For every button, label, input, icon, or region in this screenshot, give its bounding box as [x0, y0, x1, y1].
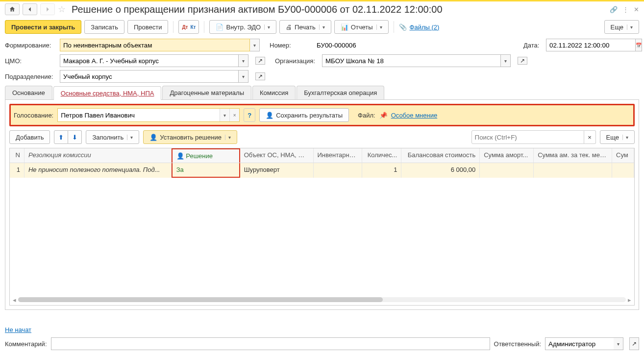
- date-label: Дата:: [523, 42, 541, 49]
- edo-button[interactable]: 📄 Внутр. ЭДО▾: [209, 20, 276, 34]
- responsible-input[interactable]: [545, 337, 614, 350]
- cmo-open-icon[interactable]: ↗: [255, 57, 265, 65]
- page-title: Решение о прекращении признания активом …: [72, 4, 607, 15]
- kebab-icon[interactable]: ⋮: [622, 6, 629, 13]
- calendar-icon[interactable]: 📅: [636, 39, 642, 51]
- reports-button[interactable]: 📊 Отчеты▾: [334, 20, 389, 34]
- tab-precious-materials[interactable]: Драгоценные материалы: [162, 86, 251, 99]
- col-qty[interactable]: Количес...: [362, 148, 401, 163]
- forming-label: Формирование:: [5, 42, 55, 49]
- data-grid: N Резолюция комиссии 👤 Решение Объект ОС…: [9, 148, 635, 306]
- cell-amort-cur: [534, 163, 612, 178]
- table-row[interactable]: 1 Не приносит полезного потенциала. Под.…: [10, 163, 634, 178]
- grid-toolbar: Добавить ⬆ ⬇ Заполнить▾ 👤 Установить реш…: [9, 130, 635, 144]
- post-and-close-button[interactable]: Провести и закрыть: [5, 20, 81, 34]
- tab-bar: Основание Основные средства, НМА, НПА Др…: [0, 83, 644, 99]
- col-decision[interactable]: 👤 Решение: [172, 148, 240, 163]
- cmo-input[interactable]: [60, 54, 239, 67]
- col-balance[interactable]: Балансовая стоимость: [401, 148, 480, 163]
- doc-icon: 📄: [216, 24, 223, 31]
- save-results-button[interactable]: 👤 Сохранить результаты: [259, 108, 349, 122]
- col-inventory[interactable]: Инвентарны...: [314, 148, 363, 163]
- voting-person-input[interactable]: [58, 109, 220, 121]
- move-up-button[interactable]: ⬆: [54, 130, 68, 144]
- person-icon: 👤: [149, 134, 157, 141]
- close-icon[interactable]: ✕: [634, 6, 639, 13]
- tab-fixed-assets[interactable]: Основные средства, НМА, НПА: [53, 86, 162, 100]
- pin-crossed-icon[interactable]: 📌̶: [379, 112, 387, 119]
- col-sum[interactable]: Сум: [612, 148, 634, 163]
- org-label: Организация:: [275, 57, 317, 65]
- dept-input[interactable]: [60, 70, 239, 83]
- print-icon: 🖨: [286, 24, 292, 31]
- voting-label: Голосование:: [14, 112, 53, 119]
- post-button[interactable]: Провести: [127, 20, 169, 34]
- voting-panel: Голосование: ▾ × ? 👤 Сохранить результат…: [9, 104, 635, 126]
- cell-object: Шуруповерт: [240, 163, 314, 178]
- print-button[interactable]: 🖨 Печать▾: [279, 20, 331, 34]
- responsible-label: Ответственный:: [494, 340, 541, 348]
- grid-header-row: N Резолюция комиссии 👤 Решение Объект ОС…: [10, 148, 634, 163]
- col-amort[interactable]: Сумма аморт...: [480, 148, 534, 163]
- forming-dropdown-icon[interactable]: ▾: [250, 39, 260, 51]
- help-button[interactable]: ?: [244, 108, 255, 122]
- home-button[interactable]: [5, 3, 20, 15]
- cell-decision: За: [172, 163, 240, 178]
- attach-icon[interactable]: 📎: [399, 24, 407, 31]
- save-button[interactable]: Записать: [84, 20, 124, 34]
- add-button[interactable]: Добавить: [9, 130, 50, 144]
- cell-inventory: [314, 163, 363, 178]
- search-clear-icon[interactable]: ×: [584, 130, 596, 144]
- number-label: Номер:: [270, 42, 309, 49]
- files-link[interactable]: Файлы (2): [410, 24, 440, 31]
- chart-icon: 📊: [341, 24, 348, 31]
- org-dropdown-icon[interactable]: ▾: [501, 54, 511, 67]
- voting-dropdown-icon[interactable]: ▾: [220, 109, 229, 121]
- grid-more-button[interactable]: Еще▾: [600, 130, 635, 144]
- cmo-dropdown-icon[interactable]: ▾: [239, 54, 248, 67]
- cell-qty: 1: [362, 163, 401, 178]
- date-input[interactable]: [546, 39, 636, 51]
- tab-accounting-operation[interactable]: Бухгалтерская операция: [297, 86, 384, 99]
- not-started-link[interactable]: Не начат: [5, 326, 31, 333]
- cell-balance: 6 000,00: [401, 163, 480, 178]
- horizontal-scrollbar[interactable]: ◂ ▸: [13, 296, 631, 303]
- forming-input[interactable]: [60, 39, 250, 51]
- title-bar: ☆ Решение о прекращении признания активо…: [0, 0, 644, 18]
- voting-clear-icon[interactable]: ×: [229, 109, 239, 121]
- cell-sum: [612, 163, 634, 178]
- number-input[interactable]: [314, 39, 519, 51]
- fill-button[interactable]: Заполнить▾: [86, 130, 139, 144]
- dept-open-icon[interactable]: ↗: [255, 72, 265, 80]
- col-resolution[interactable]: Резолюция комиссии: [25, 148, 172, 163]
- org-input[interactable]: [322, 54, 501, 67]
- person-icon: 👤: [176, 152, 184, 160]
- dept-label: Подразделение:: [5, 73, 55, 80]
- col-n[interactable]: N: [10, 148, 25, 163]
- col-amort-cur[interactable]: Сумма ам. за тек. мес...: [534, 148, 612, 163]
- star-icon[interactable]: ☆: [58, 4, 66, 15]
- col-object[interactable]: Объект ОС, НМА, НПА: [240, 148, 314, 163]
- responsible-dropdown-icon[interactable]: ▾: [614, 337, 623, 350]
- responsible-open-icon[interactable]: ↗: [629, 337, 639, 350]
- dtkt-button[interactable]: ДтКт: [178, 20, 199, 34]
- forward-button[interactable]: [40, 3, 55, 15]
- tab-commission[interactable]: Комиссия: [252, 86, 296, 99]
- opinion-link[interactable]: Особое мнение: [391, 112, 438, 119]
- dept-dropdown-icon[interactable]: ▾: [239, 70, 248, 83]
- back-button[interactable]: [23, 3, 37, 15]
- tab-body: Голосование: ▾ × ? 👤 Сохранить результат…: [5, 99, 639, 310]
- org-open-icon[interactable]: ↗: [518, 57, 527, 65]
- more-button[interactable]: Еще▾: [604, 20, 639, 34]
- move-down-button[interactable]: ⬇: [68, 130, 82, 144]
- grid-search-input[interactable]: [471, 130, 584, 144]
- link-icon[interactable]: 🔗: [610, 6, 618, 13]
- cell-resolution: Не приносит полезного потенциала. Под...: [25, 163, 172, 178]
- person-icon: 👤: [266, 112, 273, 119]
- cell-n: 1: [10, 163, 25, 178]
- comment-input[interactable]: [51, 337, 490, 350]
- tab-basis[interactable]: Основание: [5, 86, 52, 99]
- file-label: Файл:: [358, 112, 375, 119]
- set-decision-button[interactable]: 👤 Установить решение▾: [143, 130, 237, 144]
- cell-amort: [480, 163, 534, 178]
